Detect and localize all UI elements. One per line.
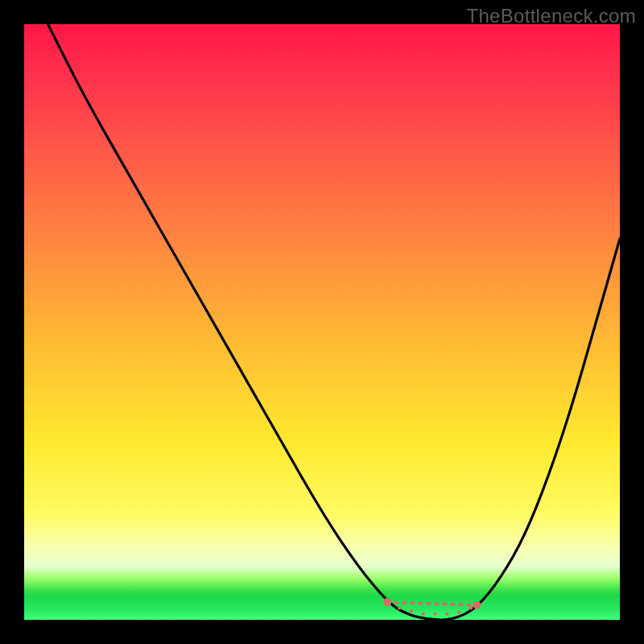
curve-layer [24,24,620,620]
svg-point-6 [433,612,436,615]
svg-point-4 [410,609,413,613]
svg-point-3 [398,606,401,609]
svg-point-8 [457,610,460,613]
svg-point-1 [383,598,391,606]
svg-point-5 [422,612,425,615]
svg-point-7 [445,612,448,615]
watermark-text: TheBottleneck.com [466,5,636,27]
svg-point-9 [469,606,473,609]
svg-line-0 [387,602,477,605]
bottleneck-curve [48,24,620,620]
plot-area [24,24,620,620]
svg-point-2 [473,601,481,609]
chart-frame: TheBottleneck.com [0,0,644,644]
